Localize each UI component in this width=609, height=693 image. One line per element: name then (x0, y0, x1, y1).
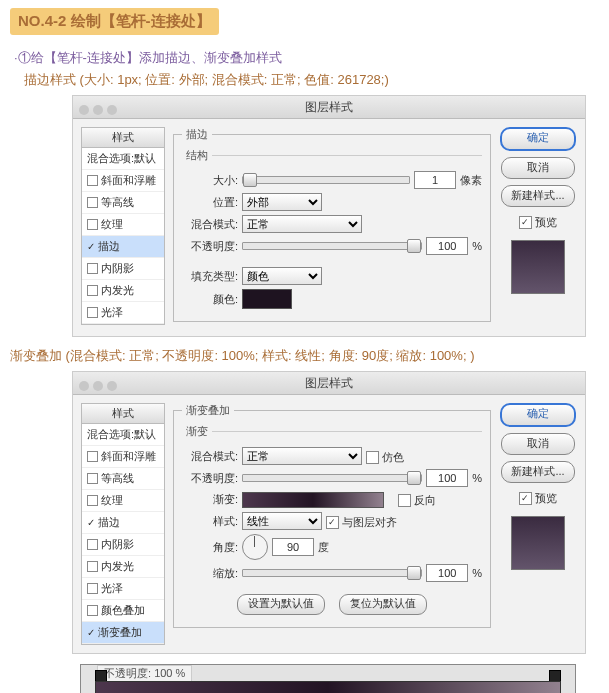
button-column: 确定 取消 新建样式... 预览 (499, 127, 577, 328)
blend-label: 混合模式: (182, 217, 238, 232)
gradient-panel: 渐变叠加 渐变 混合模式:正常仿色 不透明度:100% 渐变:反向 样式:线性与… (165, 403, 499, 645)
scale-unit: % (472, 567, 482, 579)
gradient-settings-line: 渐变叠加 (混合模式: 正常; 不透明度: 100%; 样式: 线性; 角度: … (10, 347, 599, 365)
position-select[interactable]: 外部 (242, 193, 322, 211)
style-sidebar: 样式 混合选项:默认 斜面和浮雕 等高线 纹理 ✓描边 内阴影 内发光 光泽 (81, 127, 165, 328)
sidebar-item-gradient-overlay[interactable]: ✓渐变叠加 (82, 622, 164, 644)
scale-input[interactable]: 100 (426, 564, 468, 582)
sidebar-item-satin[interactable]: 光泽 (82, 302, 164, 324)
preview-checkbox[interactable]: 预览 (519, 491, 557, 506)
sidebar-item-blend[interactable]: 混合选项:默认 (82, 424, 164, 446)
grad-blend-label: 混合模式: (182, 449, 238, 464)
opacity-slider[interactable] (242, 242, 422, 250)
angle-input[interactable]: 90 (272, 538, 314, 556)
new-style-button[interactable]: 新建样式... (501, 185, 575, 207)
gradient-label: 渐变: (182, 492, 238, 507)
cancel-button[interactable]: 取消 (501, 433, 575, 455)
reverse-checkbox[interactable]: 反向 (398, 493, 436, 508)
stroke-panel: 描边 结构 大小:1像素 位置:外部 混合模式:正常 不透明度:100% 填充类… (165, 127, 499, 328)
scale-label: 缩放: (182, 566, 238, 581)
grad-opacity-unit: % (472, 472, 482, 484)
sidebar-item-satin[interactable]: 光泽 (82, 578, 164, 600)
sidebar-item-blend[interactable]: 混合选项:默认 (82, 148, 164, 170)
size-slider[interactable] (242, 176, 410, 184)
sidebar-item-bevel[interactable]: 斜面和浮雕 (82, 446, 164, 468)
opacity-label: 不透明度: (182, 239, 238, 254)
sidebar-item-inner-shadow[interactable]: 内阴影 (82, 534, 164, 556)
dialog-titlebar: 图层样式 (73, 96, 585, 119)
opacity-unit: % (472, 240, 482, 252)
subgroup-structure: 结构 (182, 148, 212, 163)
gradient-picker[interactable] (242, 492, 384, 508)
opacity-input[interactable]: 100 (426, 237, 468, 255)
scale-slider[interactable] (242, 569, 422, 577)
size-unit: 像素 (460, 173, 482, 188)
angle-dial[interactable] (242, 534, 268, 560)
sidebar-item-stroke[interactable]: ✓描边 (82, 236, 164, 258)
color-label: 颜色: (182, 292, 238, 307)
align-checkbox[interactable]: 与图层对齐 (326, 515, 397, 530)
ok-button[interactable]: 确定 (500, 127, 576, 151)
subgroup-gradient: 渐变 (182, 424, 212, 439)
sidebar-item-contour[interactable]: 等高线 (82, 468, 164, 490)
preview-checkbox[interactable]: 预览 (519, 215, 557, 230)
angle-unit: 度 (318, 540, 329, 555)
sidebar-item-texture[interactable]: 纹理 (82, 214, 164, 236)
dialog-title: 图层样式 (73, 372, 585, 394)
gradient-editor-strip: 不透明度: 100 % 4d374d 231424 92818f 色标 UiBQ… (72, 664, 584, 693)
section-badge: NO.4-2 绘制【笔杆-连接处】 (10, 8, 219, 35)
grad-opacity-slider[interactable] (242, 474, 422, 482)
grad-style-label: 样式: (182, 514, 238, 529)
grad-opacity-label: 不透明度: (182, 471, 238, 486)
sidebar-header: 样式 (81, 403, 165, 424)
group-stroke: 描边 (182, 127, 212, 142)
size-label: 大小: (182, 173, 238, 188)
stroke-settings-line: 描边样式 (大小: 1px; 位置: 外部; 混合模式: 正常; 色值: 261… (24, 71, 609, 89)
grad-opacity-input[interactable]: 100 (426, 469, 468, 487)
new-style-button[interactable]: 新建样式... (501, 461, 575, 483)
size-input[interactable]: 1 (414, 171, 456, 189)
sidebar-header: 样式 (81, 127, 165, 148)
gradient-track[interactable] (95, 681, 561, 693)
dialog-title: 图层样式 (73, 96, 585, 118)
layer-style-dialog-gradient: 图层样式 样式 混合选项:默认 斜面和浮雕 等高线 纹理 ✓描边 内阴影 内发光… (72, 371, 586, 654)
fill-type-label: 填充类型: (182, 269, 238, 284)
sidebar-item-bevel[interactable]: 斜面和浮雕 (82, 170, 164, 192)
sidebar-item-inner-glow[interactable]: 内发光 (82, 556, 164, 578)
window-controls[interactable] (79, 100, 121, 122)
window-controls[interactable] (79, 376, 121, 398)
sidebar-item-color-overlay[interactable]: 颜色叠加 (82, 600, 164, 622)
blend-select[interactable]: 正常 (242, 215, 362, 233)
stroke-color-swatch[interactable] (242, 289, 292, 309)
preview-swatch (511, 240, 565, 294)
angle-label: 角度: (182, 540, 238, 555)
set-default-button[interactable]: 设置为默认值 (237, 594, 325, 615)
sidebar-item-stroke[interactable]: ✓描边 (82, 512, 164, 534)
extra-opacity-row: 不透明度: 100 % (97, 665, 192, 682)
cancel-button[interactable]: 取消 (501, 157, 575, 179)
dialog-titlebar: 图层样式 (73, 372, 585, 395)
sidebar-item-contour[interactable]: 等高线 (82, 192, 164, 214)
ok-button[interactable]: 确定 (500, 403, 576, 427)
fill-type-select[interactable]: 颜色 (242, 267, 322, 285)
preview-swatch (511, 516, 565, 570)
grad-style-select[interactable]: 线性 (242, 512, 322, 530)
layer-style-dialog-stroke: 图层样式 样式 混合选项:默认 斜面和浮雕 等高线 纹理 ✓描边 内阴影 内发光… (72, 95, 586, 337)
grad-blend-select[interactable]: 正常 (242, 447, 362, 465)
instruction-line: ·①给【笔杆-连接处】添加描边、渐变叠加样式 (14, 49, 609, 67)
sidebar-item-inner-shadow[interactable]: 内阴影 (82, 258, 164, 280)
sidebar-item-inner-glow[interactable]: 内发光 (82, 280, 164, 302)
position-label: 位置: (182, 195, 238, 210)
reset-default-button[interactable]: 复位为默认值 (339, 594, 427, 615)
button-column: 确定 取消 新建样式... 预览 (499, 403, 577, 645)
style-sidebar: 样式 混合选项:默认 斜面和浮雕 等高线 纹理 ✓描边 内阴影 内发光 光泽 颜… (81, 403, 165, 645)
dither-checkbox[interactable]: 仿色 (366, 450, 404, 465)
sidebar-item-texture[interactable]: 纹理 (82, 490, 164, 512)
group-gradient-overlay: 渐变叠加 (182, 403, 234, 418)
